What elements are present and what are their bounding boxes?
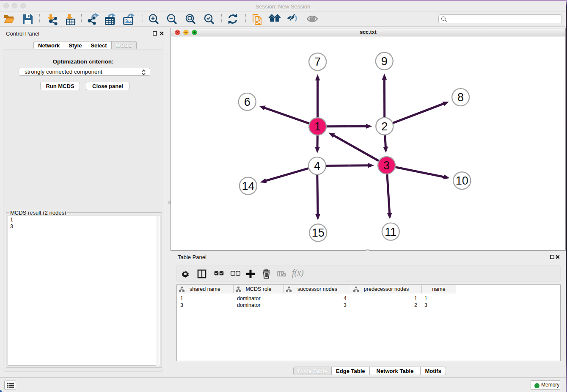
svg-text:9: 9: [381, 55, 388, 68]
svg-text:14: 14: [242, 180, 254, 193]
svg-text:8: 8: [457, 91, 464, 104]
svg-text:4: 4: [314, 160, 320, 172]
svg-text:11: 11: [385, 226, 396, 238]
svg-text:1: 1: [314, 120, 321, 133]
svg-text:6: 6: [244, 96, 250, 108]
svg-text:7: 7: [314, 55, 321, 68]
svg-text:15: 15: [312, 226, 325, 239]
svg-text:3: 3: [383, 159, 390, 172]
svg-text:10: 10: [456, 174, 468, 187]
svg-text:2: 2: [381, 120, 388, 133]
